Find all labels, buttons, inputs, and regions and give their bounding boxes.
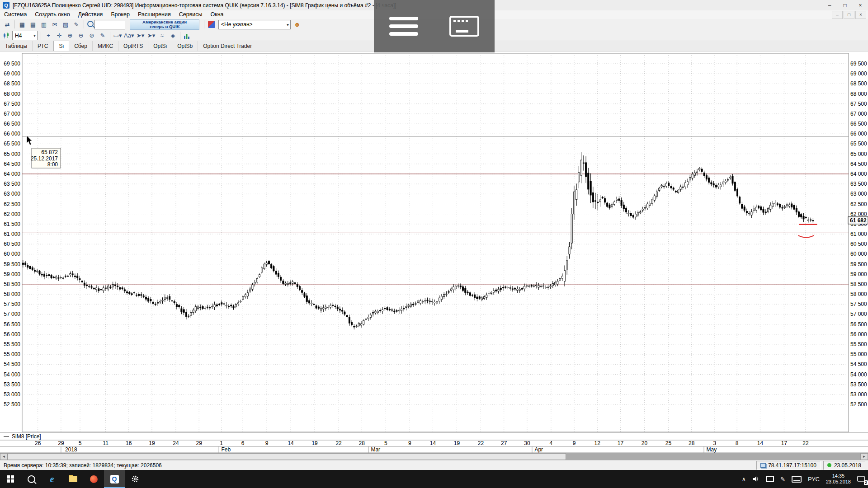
menu-services[interactable]: Сервисы	[175, 10, 207, 19]
svg-text:9: 9	[265, 440, 269, 446]
tray-expand-button[interactable]: ∧	[738, 470, 749, 488]
tab-si[interactable]: Si	[53, 41, 69, 51]
scroll-left-button[interactable]: ◄	[0, 453, 8, 460]
ie-browser-button[interactable]: e	[42, 470, 62, 488]
candlestick-chart-icon[interactable]	[3, 32, 10, 39]
tab-optsi[interactable]: OptSi	[148, 41, 172, 51]
svg-text:25.12.2017: 25.12.2017	[31, 155, 58, 162]
tab-miks[interactable]: МИКС	[93, 41, 118, 51]
settings-button[interactable]	[125, 470, 146, 488]
clock[interactable]: 14:35 23.05.2018	[823, 470, 854, 488]
connection-icon	[760, 463, 766, 468]
price-chart[interactable]: 52 50052 50053 00053 00053 50053 50054 0…	[0, 52, 868, 453]
add-tool-icon[interactable]: +	[43, 31, 54, 41]
svg-text:68 500: 68 500	[4, 80, 20, 87]
text-tool-icon[interactable]: Aa▾	[123, 31, 135, 41]
date-axis-labels: 2629511161924291691419222859141922273049…	[35, 440, 809, 446]
search-button[interactable]	[21, 470, 42, 488]
svg-text:65 872: 65 872	[41, 149, 58, 155]
client-icon[interactable]	[208, 21, 215, 28]
mdi-window-controls: – □ ×	[831, 11, 866, 19]
speaker-icon	[752, 476, 760, 482]
menu-actions[interactable]: Действия	[74, 10, 107, 19]
menu-system[interactable]: Система	[0, 10, 31, 19]
scrollbar-track[interactable]	[566, 453, 860, 460]
pointer-tool-icon[interactable]: ➤▾	[135, 31, 146, 41]
svg-text:6: 6	[241, 440, 245, 446]
svg-text:68 500: 68 500	[850, 80, 867, 87]
edit-icon[interactable]: ✎	[71, 19, 82, 29]
mdi-minimize-button[interactable]: –	[832, 11, 843, 19]
us-stocks-banner[interactable]: Американские акции теперь в QUIK	[130, 19, 199, 30]
volume-button[interactable]	[749, 470, 763, 488]
zoom-off-icon[interactable]: ⊘	[86, 31, 97, 41]
svg-text:24: 24	[173, 440, 179, 446]
hamburger-menu-icon[interactable]	[389, 17, 418, 36]
svg-text:61 682: 61 682	[850, 217, 867, 224]
zoom-out-icon[interactable]: ⊖	[75, 31, 86, 41]
tab-tables[interactable]: Таблицы	[0, 41, 33, 51]
svg-text:62 000: 62 000	[850, 211, 867, 217]
svg-text:56 000: 56 000	[4, 331, 20, 338]
chevron-down-icon: ▾	[119, 32, 122, 39]
svg-text:55 000: 55 000	[850, 351, 867, 357]
crosshair-tool-icon[interactable]: ✛	[54, 31, 65, 41]
menu-create-window[interactable]: Создать окно	[31, 10, 74, 19]
menu-windows[interactable]: Окна	[207, 10, 228, 19]
nav-arrows-icon[interactable]: ⇄	[2, 19, 13, 29]
grid-icon[interactable]: ▧	[60, 19, 71, 29]
scrollbar-thumb[interactable]	[8, 453, 566, 460]
arrow-tool-icon[interactable]: ➤▾	[146, 31, 156, 41]
save-file-icon[interactable]: ▥	[38, 19, 49, 29]
tab-optrts[interactable]: OptRTS	[118, 41, 148, 51]
svg-text:58 500: 58 500	[850, 281, 867, 287]
volume-chart-icon[interactable]	[183, 32, 190, 39]
quik-taskbar-button[interactable]: Q	[104, 470, 125, 488]
touch-keyboard-button[interactable]	[788, 470, 805, 488]
maximize-button[interactable]: □	[837, 0, 853, 10]
svg-text:54 500: 54 500	[4, 361, 20, 367]
scroll-right-button[interactable]: ►	[860, 453, 868, 460]
svg-text:60 000: 60 000	[850, 251, 867, 257]
timeframe-select[interactable]: H4 ▾	[12, 31, 38, 40]
tab-optsb[interactable]: OptSb	[172, 41, 198, 51]
tab-option-direct-trader[interactable]: Option Direct Trader	[198, 41, 257, 51]
network-button[interactable]	[763, 470, 777, 488]
close-button[interactable]: ×	[853, 0, 868, 10]
svg-text:20: 20	[642, 440, 648, 446]
wave-tool-icon[interactable]: ≈	[156, 31, 167, 41]
menu-extensions[interactable]: Расширения	[134, 10, 175, 19]
draw-tool-icon[interactable]: ✎	[97, 31, 108, 41]
new-table-icon[interactable]: ▦	[17, 19, 28, 29]
tab-sber[interactable]: Сбер	[69, 41, 93, 51]
zoom-in-icon[interactable]: ⊕	[65, 31, 75, 41]
language-indicator[interactable]: РУС	[805, 470, 823, 488]
svg-text:65 000: 65 000	[850, 151, 867, 157]
user-session-icon[interactable]: ☻	[294, 21, 301, 28]
mdi-restore-button[interactable]: □	[844, 11, 854, 19]
svg-text:63 500: 63 500	[850, 181, 867, 187]
symbol-search-input[interactable]	[94, 20, 125, 29]
browser-button[interactable]	[83, 470, 104, 488]
action-center-button[interactable]: 2	[854, 470, 868, 488]
open-file-icon[interactable]: ▤	[28, 19, 38, 29]
eraser-tool-icon[interactable]: ◈	[167, 31, 178, 41]
menu-broker[interactable]: Брокер	[107, 10, 134, 19]
mdi-close-button[interactable]: ×	[855, 11, 866, 19]
onscreen-keyboard-icon[interactable]	[449, 16, 479, 37]
windows-ink-button[interactable]: ✎	[777, 470, 788, 488]
svg-text:59 500: 59 500	[4, 261, 20, 267]
shape-tool-icon[interactable]: ▭▾	[112, 31, 123, 41]
account-select[interactable]: <Не указан> ▾	[218, 20, 291, 29]
start-button[interactable]	[0, 470, 21, 488]
svg-text:63 500: 63 500	[4, 181, 20, 187]
mail-icon[interactable]: ✉	[49, 19, 60, 29]
svg-text:9: 9	[573, 440, 576, 446]
file-explorer-button[interactable]	[62, 470, 83, 488]
minimize-button[interactable]: –	[822, 0, 837, 10]
svg-text:66 000: 66 000	[850, 131, 867, 137]
svg-text:19: 19	[311, 440, 318, 446]
tab-rts[interactable]: РТС	[33, 41, 53, 51]
svg-text:5: 5	[79, 440, 82, 446]
system-tray: ∧ ✎ РУС 14:35 23.05.2018	[738, 470, 868, 488]
